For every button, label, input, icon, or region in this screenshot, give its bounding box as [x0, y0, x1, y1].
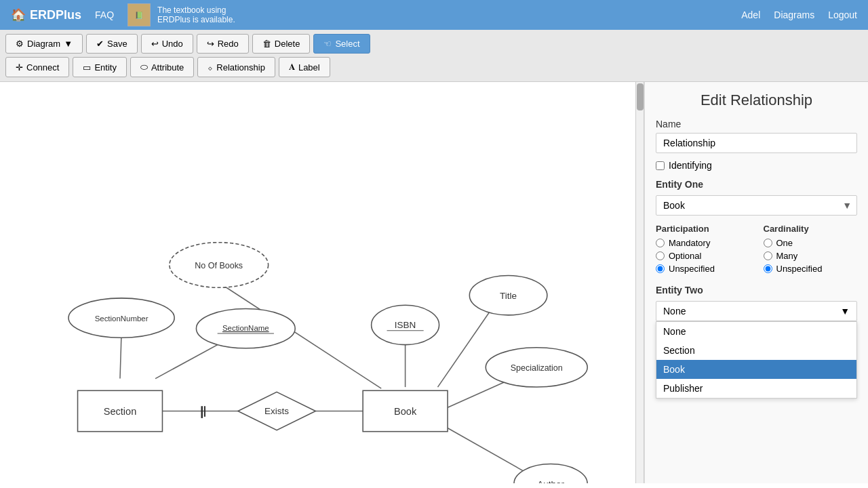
trash-icon: 🗑: [262, 39, 271, 49]
dropdown-item-publisher[interactable]: Publisher: [656, 379, 856, 398]
delete-label: Delete: [275, 39, 300, 49]
diagram-shapes: No Of Books SectionNumber SectionName IS…: [0, 82, 635, 483]
diagrams-link[interactable]: Diagrams: [774, 9, 814, 20]
p-optional-radio[interactable]: [656, 251, 665, 260]
dropdown-item-none[interactable]: None: [656, 322, 856, 341]
svg-text:Title: Title: [500, 291, 517, 301]
entity-two-select-display[interactable]: None ▼: [656, 301, 857, 321]
svg-text:SectionNumber: SectionNumber: [95, 314, 149, 323]
entity-button[interactable]: ▭ Entity: [73, 57, 127, 77]
select-button[interactable]: ☜ Select: [313, 34, 370, 54]
c-many-label: Many: [776, 251, 798, 261]
svg-text:ISBN: ISBN: [395, 320, 416, 330]
entity-two-value: None: [663, 306, 686, 317]
entity-icon: ▭: [83, 62, 91, 73]
brand[interactable]: 🏠 ERDPlus: [11, 7, 81, 22]
undo-icon: ↩: [151, 39, 159, 49]
p-optional-row: Optional: [656, 251, 750, 261]
entity-two-chevron: ▼: [840, 306, 850, 317]
identifying-checkbox[interactable]: [656, 161, 665, 170]
svg-text:Exists: Exists: [264, 406, 289, 416]
undo-label: Undo: [162, 39, 183, 49]
delete-button[interactable]: 🗑 Delete: [252, 34, 311, 54]
faq-link[interactable]: FAQ: [95, 9, 114, 20]
name-label: Name: [656, 119, 857, 129]
diagram-label: Diagram: [27, 39, 60, 49]
p-unspecified-row: Unspecified: [656, 264, 750, 274]
save-label: Save: [107, 39, 127, 49]
connect-icon: ✛: [16, 62, 23, 73]
cardinality-col: Cardinality One Many Unspecified: [764, 224, 858, 277]
brand-label: ERDPlus: [30, 8, 81, 22]
canvas-scrollbar[interactable]: [635, 82, 644, 483]
p-optional-label: Optional: [669, 251, 701, 261]
svg-text:No Of Books: No Of Books: [195, 261, 243, 270]
c-many-radio[interactable]: [764, 251, 772, 260]
right-panel: Edit Relationship Name Identifying Entit…: [644, 82, 868, 483]
redo-icon: ↪: [207, 39, 214, 49]
chevron-down-icon: ▼: [64, 39, 73, 49]
undo-button[interactable]: ↩ Undo: [141, 34, 193, 54]
dropdown-item-section[interactable]: Section: [656, 341, 856, 360]
attribute-icon: ⬭: [140, 62, 148, 73]
cursor-icon: ☜: [323, 39, 332, 49]
c-unspecified-radio[interactable]: [764, 264, 772, 273]
label-icon: 𝐀: [289, 62, 295, 73]
canvas-area[interactable]: No Of Books SectionNumber SectionName IS…: [0, 82, 644, 483]
diamond-icon: ⬦: [208, 62, 213, 73]
entity-one-select-wrapper: Book None Section Publisher ▼: [656, 195, 857, 216]
relationship-button[interactable]: ⬦ Relationship: [197, 57, 275, 77]
attribute-label: Attribute: [151, 62, 184, 73]
check-icon: ✔: [96, 39, 104, 49]
attribute-button[interactable]: ⬭ Attribute: [130, 57, 194, 77]
navbar: 🏠 ERDPlus FAQ 📗 The textbook using ERDPl…: [0, 0, 868, 30]
svg-text:Book: Book: [394, 406, 417, 417]
book-promo: 📗 The textbook using ERDPlus is availabl…: [127, 3, 235, 26]
p-unspecified-radio[interactable]: [656, 264, 665, 273]
p-unspecified-label: Unspecified: [669, 264, 715, 274]
svg-text:Author: Author: [537, 479, 564, 483]
svg-text:SectionName: SectionName: [222, 324, 269, 332]
entity-two-label: Entity Two: [656, 285, 857, 296]
connect-label: Connect: [26, 62, 59, 73]
book-text-1: The textbook using: [157, 5, 235, 15]
entity-one-select[interactable]: Book None Section Publisher: [656, 195, 857, 216]
svg-text:Specialization: Specialization: [511, 363, 563, 373]
entity-two-dropdown-container[interactable]: None ▼ None Section Book Publisher: [656, 301, 857, 321]
c-one-radio[interactable]: [764, 239, 772, 247]
c-unspecified-label: Unspecified: [776, 264, 823, 274]
entity-two-dropdown-list: None Section Book Publisher: [656, 321, 857, 399]
c-one-label: One: [776, 238, 793, 248]
entity-label: Entity: [94, 62, 117, 73]
participation-label: Participation: [656, 224, 750, 234]
save-button[interactable]: ✔ Save: [86, 34, 138, 54]
identifying-row: Identifying: [656, 160, 857, 171]
svg-text:Section: Section: [104, 406, 137, 417]
p-mandatory-row: Mandatory: [656, 238, 750, 248]
p-mandatory-radio[interactable]: [656, 239, 665, 247]
gear-icon: ⚙: [16, 39, 24, 49]
participation-col: Participation Mandatory Optional Unspeci…: [656, 224, 750, 277]
navbar-left: 🏠 ERDPlus FAQ 📗 The textbook using ERDPl…: [11, 3, 235, 26]
navbar-right: Adel Diagrams Logout: [741, 9, 857, 20]
redo-label: Redo: [218, 39, 239, 49]
scroll-thumb[interactable]: [637, 83, 644, 110]
identifying-label: Identifying: [669, 160, 712, 171]
name-input[interactable]: [656, 133, 857, 153]
redo-button[interactable]: ↪ Redo: [197, 34, 249, 54]
relationship-label: Relationship: [216, 62, 265, 73]
book-text-2: ERDPlus is available.: [157, 15, 235, 24]
book-promo-text: The textbook using ERDPlus is available.: [157, 5, 235, 24]
cardinality-label: Cardinality: [764, 224, 858, 234]
c-unspecified-row: Unspecified: [764, 264, 858, 274]
house-icon: 🏠: [11, 7, 26, 22]
connect-button[interactable]: ✛ Connect: [5, 57, 69, 77]
book-thumbnail: 📗: [127, 3, 151, 26]
logout-link[interactable]: Logout: [828, 9, 857, 20]
diagram-button[interactable]: ⚙ Diagram ▼: [5, 34, 83, 54]
c-many-row: Many: [764, 251, 858, 261]
label-button[interactable]: 𝐀 Label: [279, 57, 330, 77]
p-mandatory-label: Mandatory: [669, 238, 710, 248]
user-link[interactable]: Adel: [741, 9, 760, 20]
dropdown-item-book[interactable]: Book: [656, 360, 856, 379]
